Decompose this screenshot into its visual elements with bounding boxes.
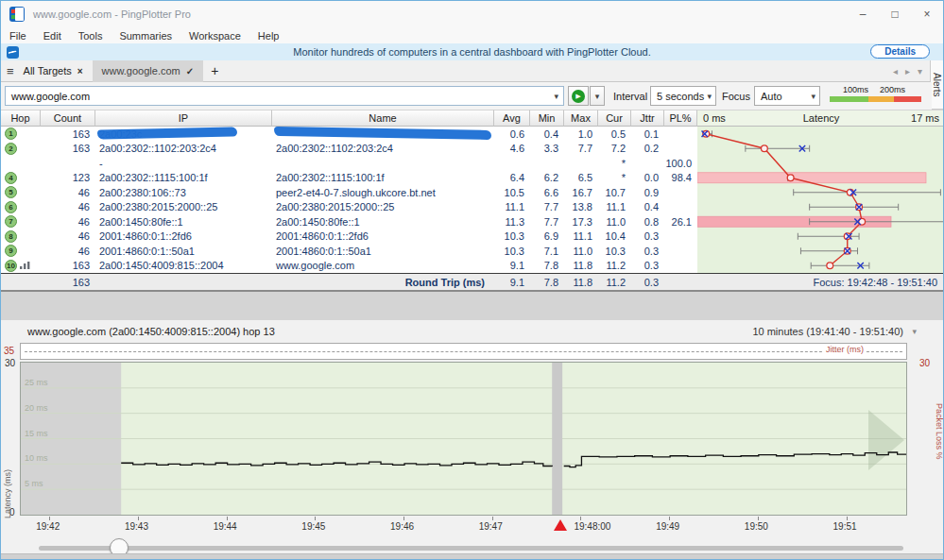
ip-cell: 2a00:2380:106::73 [95, 185, 272, 200]
timeline-graph-icon [20, 261, 30, 270]
table-row[interactable]: -*100.0 [1, 156, 944, 171]
tab-target-label: www.google.com [102, 65, 180, 76]
table-row[interactable]: 9462001:4860:0:1::50a12001:4860:0:1::50a… [1, 244, 944, 259]
menu-item-workspace[interactable]: Workspace [180, 29, 249, 42]
latency-legend: 100ms 200ms [830, 85, 921, 102]
menu-bar: FileEditToolsSummariesWorkspaceHelp [1, 27, 943, 43]
table-row[interactable]: 7462a00:1450:80fe::12a00:1450:80fe::111.… [1, 214, 944, 229]
start-trace-button[interactable]: ▶ [568, 86, 589, 106]
column-header-count[interactable]: Count [41, 110, 95, 127]
target-dropdown-icon[interactable]: ▾ [554, 92, 558, 101]
timeline-range-selector[interactable]: 10 minutes (19:41:40 - 19:51:40) [752, 326, 903, 337]
menu-item-file[interactable]: File [1, 29, 35, 42]
column-header-jttr[interactable]: Jttr [631, 110, 664, 127]
hop-number-badge: 2 [5, 143, 17, 155]
min-cell: 7.8 [530, 259, 564, 274]
tab-nav-right-icon[interactable]: ▸ [905, 66, 910, 76]
cur-cell: 7.2 [598, 142, 631, 157]
column-header-cur[interactable]: Cur [598, 110, 631, 127]
tab-nav-left-icon[interactable]: ◂ [893, 66, 898, 76]
details-button[interactable]: Details [870, 44, 930, 59]
table-row[interactable]: 5462a00:2380:106::73peer2-et4-0-7.slough… [1, 185, 944, 200]
hop-number-badge: 7 [5, 215, 17, 228]
pl-cell [664, 200, 697, 215]
maximize-icon[interactable]: □ [879, 1, 911, 27]
gridline-label: 10 ms [25, 453, 48, 463]
time-tick-label: 19:43 [125, 521, 148, 532]
hop-number-badge: 9 [5, 245, 17, 257]
table-header: HopCountIPNameAvgMinMaxCurJttrPL%0 msLat… [1, 110, 944, 127]
avg-cell: 10.3 [494, 244, 530, 259]
hop-cell: 9 [1, 244, 41, 259]
hop-number-badge: 1 [5, 127, 17, 140]
latency-graph-cell [697, 185, 944, 200]
focus-select[interactable]: Auto ▾ [754, 86, 820, 106]
table-row[interactable]: 21632a00:2302::1102:203:2c42a00:2302::11… [1, 142, 944, 157]
count-cell: 46 [41, 229, 95, 245]
minimize-icon[interactable]: – [847, 1, 879, 27]
latency-timeline-svg [21, 363, 906, 515]
tab-nav-down-icon[interactable]: ▾ [918, 66, 922, 76]
timeline-title: www.google.com (2a00:1450:4009:815::2004… [27, 326, 275, 337]
table-row[interactable]: 6462a00:2380:2015:2000::252a00:2380:2015… [1, 200, 944, 215]
max-cell: 6.5 [564, 171, 598, 186]
hop-cell [1, 156, 41, 171]
hamburger-icon[interactable]: ≡ [7, 64, 14, 78]
trace-options-dropdown[interactable]: ▾ [590, 86, 605, 106]
target-input[interactable]: www.google.com ▾ [5, 86, 564, 106]
time-tick [49, 517, 50, 520]
title-bar[interactable]: www.google.com - PingPlotter Pro – □ × [1, 1, 943, 27]
menu-item-help[interactable]: Help [249, 29, 288, 42]
menu-item-edit[interactable]: Edit [35, 29, 70, 42]
column-header-pl[interactable]: PL% [664, 110, 697, 127]
timeline-range-chevron-icon[interactable]: ▾ [912, 327, 917, 336]
event-marker-icon[interactable] [554, 519, 567, 531]
name-cell: 2a00:1450:80fe::1 [272, 214, 494, 229]
interval-select[interactable]: 5 seconds ▾ [650, 86, 716, 106]
count-cell: 46 [41, 185, 95, 200]
count-cell: 163 [41, 127, 95, 142]
name-cell: 2a00:2302::1115:100:1f [272, 171, 494, 186]
play-icon: ▶ [572, 90, 585, 103]
panel-divider-area [1, 292, 944, 320]
name-cell [272, 127, 494, 142]
max-cell: 11.1 [564, 229, 598, 245]
name-cell: 2a00:2380:2015:2000::25 [272, 200, 494, 215]
column-header-max[interactable]: Max [564, 110, 598, 127]
ip-cell: 2a00:1450:80fe::1 [95, 214, 272, 229]
hop-number-badge: 4 [5, 172, 17, 184]
latency-graph-cell [697, 171, 944, 186]
table-row[interactable]: 11632a00:23c0.60.41.00.50.1 [1, 127, 944, 142]
menu-item-summaries[interactable]: Summaries [111, 29, 180, 42]
column-header-min[interactable]: Min [530, 110, 564, 127]
column-header-name[interactable]: Name [272, 110, 494, 127]
hop-cell: 6 [1, 200, 41, 215]
column-header-latency-graph[interactable]: 0 msLatency17 ms [697, 110, 944, 127]
max-cell: 16.7 [564, 185, 598, 200]
interval-value: 5 seconds [657, 91, 704, 102]
avg-cell: 0.6 [494, 127, 530, 142]
min-cell: 0.4 [530, 127, 564, 142]
alerts-side-tab[interactable]: Alerts [930, 60, 943, 110]
column-header-hop[interactable]: Hop [1, 110, 41, 127]
round-trip-avg: 9.1 [494, 274, 530, 290]
table-row[interactable]: 41232a00:2302::1115:100:1f2a00:2302::111… [1, 171, 944, 186]
tab-close-icon[interactable]: × [77, 66, 83, 76]
tab-all-targets[interactable]: All Targets × [14, 60, 93, 82]
column-header-ip[interactable]: IP [95, 110, 272, 127]
menu-item-tools[interactable]: Tools [70, 29, 112, 42]
max-cell: 13.8 [564, 200, 598, 215]
new-tab-button[interactable]: + [203, 63, 226, 78]
tab-target[interactable]: www.google.com ✓ [93, 60, 204, 82]
table-row[interactable]: 8462001:4860:0:1::2fd62001:4860:0:1::2fd… [1, 229, 944, 245]
time-tick-label: 19:45 [301, 521, 325, 532]
name-cell: www.google.com [272, 259, 494, 274]
close-icon[interactable]: × [911, 1, 943, 27]
table-row[interactable]: 101632a00:1450:4009:815::2004www.google.… [1, 259, 944, 274]
timeline-scrollbar-track[interactable] [39, 546, 903, 551]
jttr-cell: 0.8 [631, 214, 664, 229]
column-header-avg[interactable]: Avg [494, 110, 530, 127]
latency-timeline-plot[interactable]: 25 ms20 ms15 ms10 ms5 ms [20, 362, 907, 516]
redaction-scribble [97, 127, 237, 139]
focus-dropdown-icon: ▾ [811, 92, 815, 101]
